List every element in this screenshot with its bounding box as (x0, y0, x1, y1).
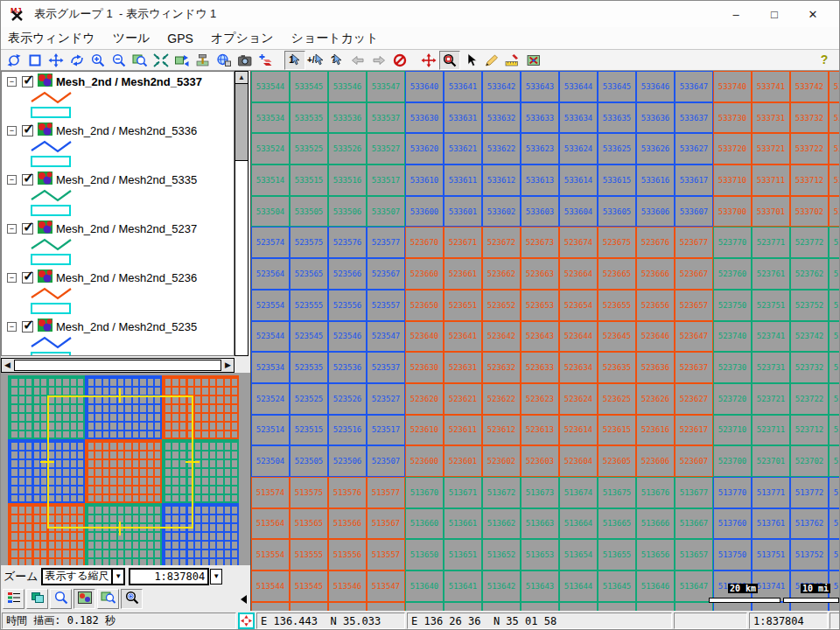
layer-visibility-checkbox[interactable] (22, 223, 33, 234)
view-back-icon (350, 53, 366, 67)
zoom-window-button[interactable] (97, 589, 119, 609)
cancel-draw-icon (392, 53, 408, 67)
select-one-button[interactable]: 1 (284, 51, 305, 70)
scroll-thumb[interactable] (14, 360, 221, 371)
identify-button[interactable]: ? (326, 51, 347, 70)
snapshot-button[interactable] (234, 51, 256, 70)
undo-view-button[interactable] (66, 51, 88, 70)
mesh-cell: 533731 (752, 102, 790, 134)
mesh-cell: 523566 (328, 258, 367, 290)
maximize-button[interactable]: □ (755, 1, 794, 27)
menu-item-2[interactable]: GPS (160, 30, 204, 47)
find-icon (53, 591, 69, 608)
cancel-draw-button[interactable] (389, 51, 410, 70)
legend-button[interactable] (3, 589, 24, 609)
scroll-thumb[interactable] (235, 84, 248, 161)
redraw-button[interactable] (4, 51, 24, 70)
layer-visibility-checkbox[interactable] (22, 76, 33, 88)
chevron-down-icon[interactable]: ▼ (111, 570, 123, 584)
layer-tree-item: − Mesh_2nd / Mesh2nd_5335 (2, 172, 234, 219)
pointer-button[interactable] (460, 51, 481, 70)
pan-button[interactable] (46, 51, 66, 70)
help-button[interactable]: ? (815, 50, 834, 69)
zoom-plus-button[interactable] (121, 589, 143, 609)
tree-vertical-scrollbar[interactable]: ▲ (234, 71, 248, 356)
layer-label[interactable]: Mesh_2nd / Mesh2nd_5237 (56, 222, 197, 235)
layer-label[interactable]: Mesh_2nd / Mesh2nd_5335 (56, 173, 197, 186)
zoom-mode-select[interactable]: 表示する縮尺 ▼ (41, 568, 126, 585)
menu-item-1[interactable]: ツール (106, 29, 161, 48)
mesh-cell: 523547 (367, 321, 405, 353)
tree-collapse-icon[interactable]: − (7, 77, 17, 87)
menu-item-3[interactable]: オプション (204, 29, 284, 48)
measure-button[interactable] (502, 51, 523, 70)
find-button[interactable] (50, 589, 72, 609)
map-viewport[interactable]: 5335445335455335465335475336405336415336… (250, 71, 840, 611)
mesh-cell: 523621 (444, 383, 482, 415)
layer-label[interactable]: Mesh_2nd / Mesh2nd_5236 (56, 271, 197, 284)
layer-line-symbol (30, 187, 82, 206)
tree-horizontal-scrollbar[interactable]: ◀ ▶ (1, 358, 234, 373)
web-service-button[interactable] (214, 51, 234, 70)
pencil-button[interactable] (481, 51, 502, 70)
layer-visibility-checkbox[interactable] (22, 272, 33, 284)
layers-button[interactable] (26, 589, 48, 609)
zoom-out-button[interactable] (108, 51, 130, 70)
scroll-left-icon[interactable]: ◀ (2, 359, 13, 372)
tools-button[interactable] (192, 51, 214, 70)
layer-label[interactable]: Mesh_2nd / Mesh2nd_5336 (56, 124, 197, 137)
map-edit-button[interactable] (523, 51, 544, 70)
view-extent-rect[interactable] (47, 396, 193, 528)
mesh-cell: 523673 (521, 227, 559, 258)
mesh-cell: 533616 (636, 164, 675, 196)
minimize-button[interactable]: – (717, 1, 755, 27)
tree-collapse-icon[interactable]: − (7, 322, 17, 332)
scalebar-km (709, 598, 780, 603)
select-plusminus-button[interactable]: +/- (305, 51, 326, 70)
scroll-right-icon[interactable]: ▶ (222, 359, 234, 372)
mesh-cell: 513565 (290, 508, 328, 540)
mesh-cell: 533517 (367, 164, 405, 196)
move-tool-button[interactable] (418, 51, 439, 70)
layer-visibility-checkbox[interactable] (22, 321, 33, 332)
mesh-cell: 513536 (328, 602, 367, 611)
view-back-button[interactable] (347, 51, 368, 70)
scroll-up-icon[interactable]: ▲ (235, 72, 248, 84)
layer-visibility-checkbox[interactable] (22, 174, 33, 186)
close-button[interactable]: ✕ (794, 1, 832, 27)
scale-dropdown-icon[interactable]: ▼ (210, 569, 222, 584)
mesh-cell: 523636 (636, 352, 675, 383)
zoom-fit-button[interactable] (150, 51, 172, 70)
mesh-cell: 533604 (559, 196, 598, 228)
undo-view-icon (69, 53, 85, 67)
mesh-cell: 523723 (829, 383, 840, 415)
view-forward-button[interactable] (368, 51, 389, 70)
overview-map[interactable] (1, 373, 250, 565)
tree-collapse-icon[interactable]: − (7, 224, 17, 234)
layer-label[interactable]: Mesh_2nd / Mesh2nd_5337 (56, 75, 202, 88)
overview-map-button[interactable] (74, 589, 95, 609)
tree-collapse-icon[interactable]: − (7, 273, 17, 283)
zoom-select-button[interactable] (130, 51, 150, 70)
mesh-cell: 523654 (559, 290, 598, 321)
select-one-icon: 1 (289, 53, 301, 66)
full-extent-button[interactable] (24, 51, 46, 70)
tree-collapse-icon[interactable]: − (7, 175, 17, 185)
zoom-window-icon (101, 591, 116, 608)
zoom-in-button[interactable] (88, 51, 108, 70)
select-plusminus-icon: +/- (307, 53, 325, 66)
layer-move-button[interactable] (172, 51, 192, 70)
panel-collapse-icon[interactable] (241, 595, 247, 604)
tree-collapse-icon[interactable]: − (7, 126, 17, 136)
add-overlay-button[interactable] (256, 51, 276, 70)
mesh-cell: 513651 (444, 539, 482, 570)
zoom-box-button[interactable] (439, 51, 460, 70)
layer-visibility-checkbox[interactable] (22, 125, 33, 136)
scale-input[interactable]: 1:837804 (129, 568, 209, 585)
mesh-cell: 523637 (675, 352, 713, 383)
mesh-cell: 513537 (367, 602, 405, 611)
layer-label[interactable]: Mesh_2nd / Mesh2nd_5235 (56, 320, 197, 333)
mesh-cell: 523537 (367, 352, 405, 383)
menu-item-4[interactable]: ショートカット (284, 29, 389, 48)
menu-item-0[interactable]: 表示ウィンドウ (1, 29, 106, 48)
